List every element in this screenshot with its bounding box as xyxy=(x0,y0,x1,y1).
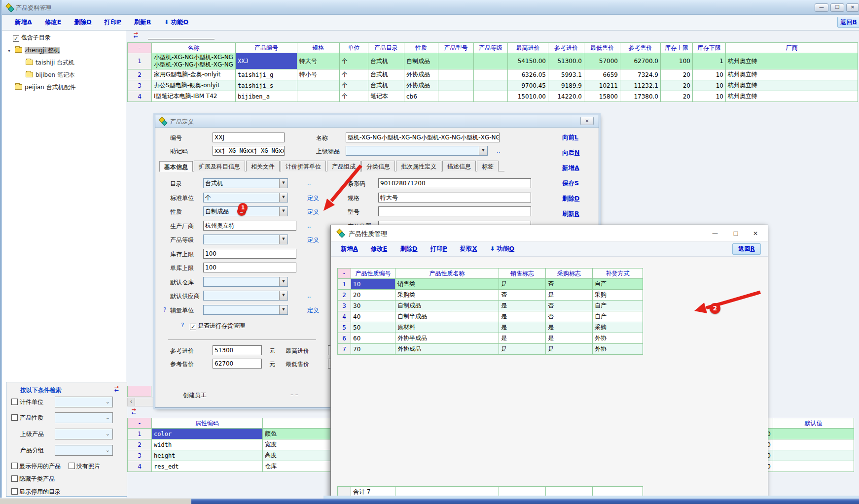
cell[interactable]: color xyxy=(152,429,263,439)
column-header[interactable]: - xyxy=(128,418,152,429)
inventory-checkbox[interactable]: ✓ xyxy=(190,324,196,330)
库存上限-input[interactable]: 100 xyxy=(203,249,296,259)
tree-node[interactable]: taishiji 台式机 xyxy=(26,59,76,67)
cell[interactable]: 自产 xyxy=(593,301,643,311)
cell[interactable]: 7 xyxy=(338,344,351,355)
cell[interactable]: bijiben_a xyxy=(236,91,297,102)
cell[interactable] xyxy=(773,450,854,461)
cell[interactable]: 否 xyxy=(499,290,546,301)
tab-5[interactable]: 分类信息 xyxy=(361,161,395,171)
tab-7[interactable]: 描述信息 xyxy=(442,161,476,171)
name-input[interactable]: 型机-XG-NG小型机-XG-NG小型机-XG-NG小型机-XG-NG xyxy=(346,133,500,142)
column-header[interactable]: 产品型号 xyxy=(438,43,474,53)
cell[interactable]: 5 xyxy=(338,322,351,333)
cell[interactable] xyxy=(438,80,474,91)
tree-node-label[interactable]: peijian 台式机配件 xyxy=(25,84,76,91)
生产厂商-input[interactable]: 杭州奥立特 xyxy=(203,221,296,231)
cell[interactable]: 9700.45 xyxy=(508,80,548,91)
cell[interactable]: 50 xyxy=(351,322,395,333)
browse-link[interactable]: .. xyxy=(307,180,311,187)
cell[interactable]: 20 xyxy=(661,69,693,80)
cell[interactable]: 是 xyxy=(546,290,593,301)
cell[interactable]: 6659 xyxy=(584,69,620,80)
toolbar-button[interactable]: 删除D xyxy=(400,245,417,253)
column-header[interactable]: 属性编码 xyxy=(152,418,263,429)
toolbar-button[interactable]: 功能O xyxy=(171,18,189,27)
cell[interactable]: 15800 xyxy=(584,91,620,102)
toolbar-button[interactable]: 新增A xyxy=(341,245,358,253)
cell[interactable]: 3 xyxy=(128,450,152,461)
column-header[interactable]: 采购标志 xyxy=(546,269,593,279)
cell[interactable]: 62700.0 xyxy=(620,53,661,69)
cell[interactable]: 是 xyxy=(546,333,593,344)
search-checkbox[interactable] xyxy=(11,414,18,421)
cell[interactable]: 台式机 xyxy=(368,69,404,80)
cell[interactable]: 外协成品 xyxy=(404,80,438,91)
cell[interactable]: 是 xyxy=(499,322,546,333)
search-combo[interactable]: ⌄ xyxy=(55,429,113,439)
cell[interactable]: 个 xyxy=(340,53,368,69)
code-input[interactable]: XXJ xyxy=(213,133,285,142)
toolbar-button[interactable]: 功能O xyxy=(497,245,515,253)
cell[interactable] xyxy=(773,429,854,439)
parent-item-combo[interactable]: ▼ xyxy=(346,146,488,156)
toggle-checkbox[interactable] xyxy=(11,463,18,469)
cell[interactable]: 9189.9 xyxy=(548,80,584,91)
cell[interactable]: 否 xyxy=(546,279,593,290)
cell[interactable]: 外协成品 xyxy=(395,344,499,355)
column-header[interactable]: 销售标志 xyxy=(499,269,546,279)
产品等级-combo[interactable]: ▼ xyxy=(203,235,288,244)
swap-icon[interactable]: →← xyxy=(129,408,138,415)
cell[interactable]: 1 xyxy=(338,279,351,290)
column-header[interactable]: 产品等级 xyxy=(474,43,508,53)
cell[interactable] xyxy=(474,80,508,91)
column-header[interactable]: 性质 xyxy=(404,43,438,53)
define-link[interactable]: 定义 xyxy=(307,306,319,315)
cell[interactable]: 51300.0 xyxy=(548,53,584,69)
cell[interactable]: 20 xyxy=(661,80,693,91)
cell[interactable]: 20 xyxy=(661,91,693,102)
cell[interactable]: 10 xyxy=(693,80,726,91)
cell[interactable]: 销售类 xyxy=(395,279,499,290)
cell[interactable]: height xyxy=(152,450,263,461)
table-row[interactable]: 1小型机-XG-NG小型机-XG-NG小型机-XG-NG小型机-XG-NGXXJ… xyxy=(128,53,858,69)
cell[interactable]: 个 xyxy=(340,80,368,91)
cell[interactable]: 6326.05 xyxy=(508,69,548,80)
column-header[interactable]: - xyxy=(128,43,152,53)
tab-8[interactable]: 标签 xyxy=(477,161,499,171)
column-header[interactable]: 规格 xyxy=(297,43,340,53)
cell[interactable]: 30 xyxy=(351,301,395,311)
cell[interactable]: 1 xyxy=(128,53,152,69)
cell[interactable]: 11232.1 xyxy=(620,80,661,91)
dialog-side-button-L[interactable]: 向前L xyxy=(562,134,590,142)
cell[interactable] xyxy=(438,91,474,102)
cell[interactable]: 3 xyxy=(338,301,351,311)
column-header[interactable]: 补货方式 xyxy=(593,269,643,279)
tab-3[interactable]: 计价折算单位 xyxy=(281,161,326,171)
单库上限-input[interactable]: 100 xyxy=(203,263,296,272)
cell[interactable]: taishiji_s xyxy=(236,80,297,91)
dropdown-icon[interactable]: ▼ xyxy=(279,179,287,188)
cell[interactable]: 否 xyxy=(546,311,593,322)
cell[interactable] xyxy=(474,53,508,69)
cell[interactable]: 采购 xyxy=(593,290,643,301)
quick-filter-input[interactable] xyxy=(148,32,215,39)
cell[interactable]: 是 xyxy=(546,322,593,333)
cell[interactable]: 自制成品 xyxy=(395,301,499,311)
默认供应商-combo[interactable]: ▼ xyxy=(203,291,288,301)
toggle-checkbox[interactable] xyxy=(69,463,75,469)
cell[interactable]: 台式机 xyxy=(368,80,404,91)
cell[interactable]: 自制半成品 xyxy=(395,311,499,322)
cell[interactable]: 笔记本 xyxy=(368,91,404,102)
cell[interactable]: 3 xyxy=(128,80,152,91)
cell[interactable]: 54150.00 xyxy=(508,53,548,69)
dialog-side-button-A[interactable]: 新增A xyxy=(562,164,590,172)
ref-sell-input[interactable]: 62700 xyxy=(213,359,262,369)
tab-0[interactable]: 基本信息 xyxy=(159,161,193,172)
column-header[interactable]: 参考进价 xyxy=(548,43,584,53)
cell[interactable]: 20 xyxy=(351,290,395,301)
cell[interactable]: 是 xyxy=(499,333,546,344)
search-checkbox[interactable] xyxy=(11,399,18,405)
cell[interactable]: 100 xyxy=(661,53,693,69)
tab-2[interactable]: 相关文件 xyxy=(246,161,280,171)
